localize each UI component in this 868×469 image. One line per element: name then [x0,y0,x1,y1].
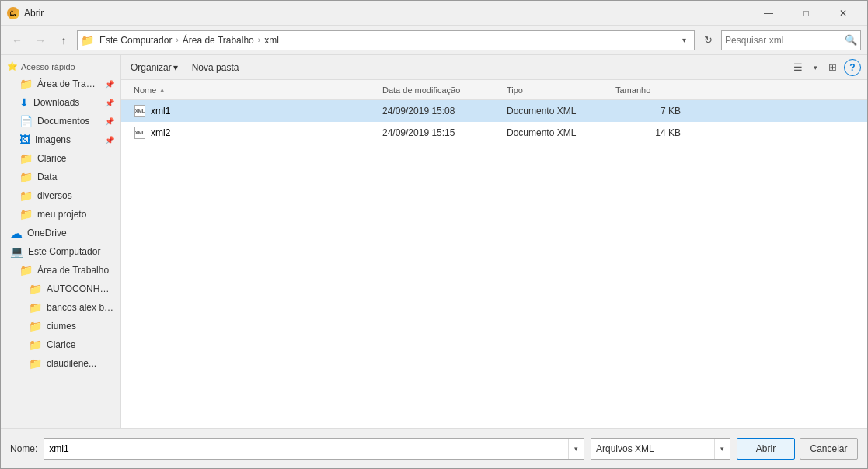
downloads-icon: ⬇ [19,96,29,109]
help-button[interactable]: ? [844,59,861,76]
sidebar-item-data[interactable]: 📁 Data [1,168,120,186]
search-icon: 🔍 [845,34,857,46]
xml1-type: Documento XML [500,106,609,116]
sidebar-item-meuprojeto[interactable]: 📁 meu projeto [1,205,120,224]
xml1-size: 7 KB [609,106,687,116]
sidebar-item-bancos[interactable]: 📁 bancos alex ba... [1,298,120,317]
breadcrumb-part-xml[interactable]: xml [262,34,281,47]
filetype-dropdown-button[interactable]: ▾ [714,439,730,459]
sidebar-item-thispc[interactable]: 💻 Este Computador [1,242,120,261]
xml1-name-text: xml1 [151,106,170,116]
sidebar-item-bancos-label: bancos alex ba... [47,302,114,313]
filename-dropdown-button[interactable]: ▾ [568,439,584,459]
footer: Nome: ▾ Arquivos XML ▾ Abrir Cancelar [1,428,867,468]
minimize-button[interactable]: — [751,2,786,24]
maximize-button[interactable]: □ [788,2,824,24]
file-row-xml2-name-cell: XML xml2 [127,127,376,139]
sidebar-item-desktop2[interactable]: 📁 Área de Trabalho [1,261,120,280]
sidebar-quick-access-header[interactable]: ⭐ Acesso rápido [1,58,120,75]
sidebar-item-clarice2[interactable]: 📁 Clarice [1,335,120,354]
filename-input-wrapper: ▾ [44,438,584,460]
refresh-button[interactable]: ↻ [698,30,718,50]
app-icon: 🗂 [7,7,19,19]
breadcrumb-sep-2: › [258,36,260,44]
desktop2-folder-icon: 📁 [19,264,33,276]
sidebar-item-claudilene-label: claudilene... [47,358,114,369]
file-row-xml2[interactable]: XML xml2 24/09/2019 15:15 Documento XML … [121,122,867,144]
new-folder-button[interactable]: Nova pasta [187,61,244,75]
sidebar-item-claudilene[interactable]: 📁 claudilene... [1,354,120,373]
sidebar-item-data-label: Data [37,172,114,182]
sidebar-item-clarice-label: Clarice [37,153,114,164]
xml1-date: 24/09/2019 15:08 [376,106,500,116]
col-header-date[interactable]: Data de modificação [376,80,500,99]
thispc-icon: 💻 [10,245,23,258]
organize-dropdown-icon: ▾ [173,62,178,73]
organize-button[interactable]: Organizar ▾ [127,61,181,75]
sidebar-item-desktop[interactable]: 📁 Área de Traba... 📌 [1,75,120,93]
sidebar-item-clarice[interactable]: 📁 Clarice [1,149,120,168]
sidebar-item-thispc-label: Este Computador [28,246,114,257]
sidebar-item-ciumes-label: ciumes [47,321,114,332]
window-controls: — □ ✕ [751,2,861,24]
address-bar[interactable]: 📁 Este Computador › Área de Trabalho › x… [77,30,695,50]
breadcrumb-part-desktop[interactable]: Área de Trabalho [180,34,256,47]
sidebar: ⭐ Acesso rápido 📁 Área de Traba... 📌 ⬇ D… [1,55,121,428]
breadcrumb-sep-1: › [176,36,178,44]
title-bar-left: 🗂 Abrir [7,7,44,19]
sidebar-item-ciumes[interactable]: 📁 ciumes [1,317,120,335]
open-button[interactable]: Abrir [737,438,795,460]
col-header-type[interactable]: Tipo [500,80,609,99]
sidebar-item-onedrive[interactable]: ☁ OneDrive [1,224,120,242]
xml2-name-text: xml2 [151,127,170,138]
second-toolbar: Organizar ▾ Nova pasta ☰ ▾ ⊞ ? [121,55,867,80]
sidebar-item-documents[interactable]: 📄 Documentos 📌 [1,112,120,130]
content-wrapper: Organizar ▾ Nova pasta ☰ ▾ ⊞ ? [121,55,867,428]
sidebar-item-diversos[interactable]: 📁 diversos [1,186,120,205]
address-dropdown-button[interactable]: ▾ [677,31,691,50]
search-input[interactable] [725,35,842,46]
sidebar-item-documents-label: Documentos [37,116,100,127]
xml2-size: 14 KB [609,127,687,138]
open-dialog: 🗂 Abrir — □ ✕ ← → ↑ 📁 Este Computador › … [0,0,868,469]
ciumes-folder-icon: 📁 [29,320,42,332]
xml2-date: 24/09/2019 15:15 [376,127,500,138]
filetype-wrapper: Arquivos XML ▾ [591,438,730,460]
breadcrumb: Este Computador › Área de Trabalho › xml [97,34,674,47]
diversos-folder-icon: 📁 [19,189,33,202]
navigation-toolbar: ← → ↑ 📁 Este Computador › Área de Trabal… [1,26,867,55]
filetype-label: Arquivos XML [591,443,714,454]
breadcrumb-part-computer[interactable]: Este Computador [97,34,174,47]
col-header-size[interactable]: Tamanho [609,80,687,99]
close-button[interactable]: ✕ [825,2,861,24]
sidebar-item-meuprojeto-label: meu projeto [37,209,114,220]
sidebar-item-desktop-label: Área de Traba... [37,78,100,89]
main-content: ⭐ Acesso rápido 📁 Área de Traba... 📌 ⬇ D… [1,55,867,428]
sidebar-item-clarice2-label: Clarice [47,339,114,350]
sidebar-item-autoconhec[interactable]: 📁 AUTOCONHEC... [1,280,120,298]
view-list-button[interactable]: ☰ [788,57,808,78]
back-button[interactable]: ← [7,30,27,50]
view-buttons: ☰ ▾ ⊞ ? [788,57,861,78]
preview-pane-button[interactable]: ⊞ [822,57,842,78]
col-header-type-label: Tipo [507,85,523,95]
file-row-xml1[interactable]: XML xml1 24/09/2019 15:08 Documento XML … [121,100,867,122]
cancel-button[interactable]: Cancelar [800,438,858,460]
clarice-folder-icon: 📁 [19,152,33,165]
sidebar-item-autoconhec-label: AUTOCONHEC... [47,283,114,294]
sidebar-item-downloads[interactable]: ⬇ Downloads 📌 [1,93,120,112]
forward-button[interactable]: → [30,30,51,50]
file-row-xml1-name-cell: XML xml1 [127,105,376,117]
view-dropdown-button[interactable]: ▾ [810,57,821,78]
col-header-name[interactable]: Nome ▲ [127,80,376,99]
dialog-title: Abrir [24,8,44,19]
sidebar-item-images[interactable]: 🖼 Imagens 📌 [1,130,120,149]
filename-input[interactable] [44,439,568,459]
sidebar-item-desktop2-label: Área de Trabalho [37,265,114,276]
file-list: XML xml1 24/09/2019 15:08 Documento XML … [121,100,867,428]
xml2-type: Documento XML [500,127,609,138]
meuprojeto-folder-icon: 📁 [19,208,33,221]
onedrive-icon: ☁ [10,226,23,241]
up-button[interactable]: ↑ [54,30,74,50]
sort-arrow-name: ▲ [159,86,166,94]
